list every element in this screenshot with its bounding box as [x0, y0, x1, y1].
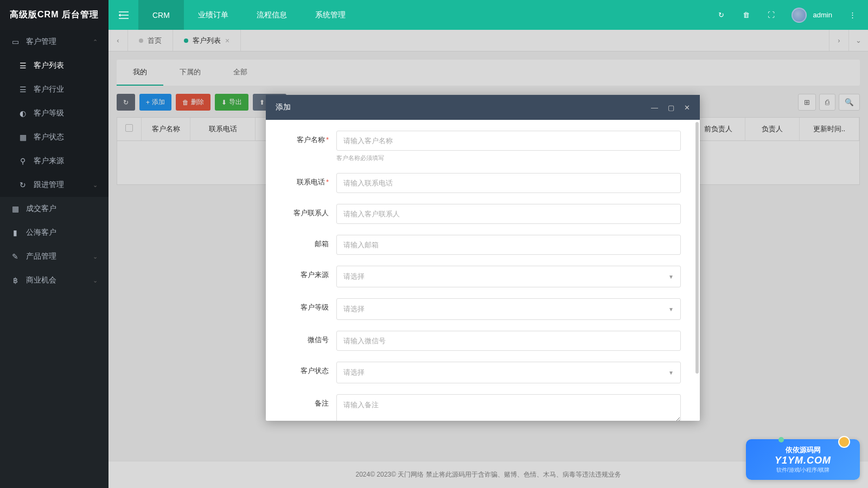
- app-logo: 高级版CRM 后台管理: [0, 0, 108, 30]
- label-level: 客户等级: [285, 298, 336, 312]
- watermark-domain: Y1YM.COM: [775, 455, 831, 466]
- user-menu[interactable]: admin: [792, 8, 832, 23]
- label-status: 客户状态: [285, 362, 336, 376]
- input-wechat[interactable]: [336, 331, 681, 351]
- sidebar-item-level[interactable]: ◐客户等级: [0, 101, 108, 125]
- list-icon: ☰: [18, 85, 27, 94]
- fullscreen-icon[interactable]: ⛶: [767, 10, 776, 20]
- select-status[interactable]: 请选择▼: [336, 362, 681, 383]
- list-icon: ☰: [18, 61, 27, 70]
- nav-tab-system[interactable]: 系统管理: [301, 0, 360, 30]
- scrollbar[interactable]: [694, 122, 699, 418]
- modal-body: 客户名称* 客户名称必须填写 联系电话* 客户联系人 邮箱 客户来源 请选择▼ …: [266, 120, 700, 421]
- sidebar-item-label: 客户等级: [34, 108, 64, 118]
- refresh-icon[interactable]: ↻: [717, 10, 726, 20]
- sidebar-item-label: 客户状态: [34, 132, 64, 142]
- chart-icon: ▮: [11, 228, 20, 237]
- sidebar-item-source[interactable]: ⚲客户来源: [0, 149, 108, 173]
- modal-title: 添加: [276, 102, 291, 112]
- sidebar-item-label: 客户列表: [34, 61, 64, 70]
- top-header: 高级版CRM 后台管理 CRM 业绩订单 流程信息 系统管理 ↻ 🗑 ⛶ adm…: [0, 0, 868, 30]
- sidebar-toggle[interactable]: [108, 0, 138, 30]
- label-email: 邮箱: [285, 235, 336, 249]
- caret-down-icon: ▼: [668, 306, 674, 312]
- caret-down-icon: ▼: [668, 274, 674, 280]
- close-icon[interactable]: ✕: [684, 104, 690, 112]
- sidebar-item-customer-list[interactable]: ☰客户列表: [0, 54, 108, 78]
- label-phone: 联系电话*: [285, 173, 336, 187]
- modal-header[interactable]: 添加 — ▢ ✕: [266, 95, 700, 120]
- select-placeholder: 请选择: [343, 368, 365, 377]
- more-icon[interactable]: ⋮: [847, 10, 857, 20]
- sidebar-item-product[interactable]: ✎产品管理 ⌄: [0, 245, 108, 268]
- watermark-badge: 依依源码网 Y1YM.COM 软件/游戏/小程序/棋牌: [746, 439, 860, 480]
- nav-tab-process[interactable]: 流程信息: [242, 0, 301, 30]
- label-source: 客户来源: [285, 266, 336, 280]
- sidebar-item-label: 商业机会: [26, 275, 56, 285]
- chevron-down-icon: ⌄: [93, 277, 98, 284]
- input-contact[interactable]: [336, 204, 681, 224]
- label-remark: 备注: [285, 394, 336, 408]
- sidebar: ▭客户管理 ⌃ ☰客户列表 ☰客户行业 ◐客户等级 ▦客户状态 ⚲客户来源 ↻跟…: [0, 30, 108, 488]
- nav-tab-orders[interactable]: 业绩订单: [184, 0, 242, 30]
- select-source[interactable]: 请选择▼: [336, 266, 681, 287]
- watermark-title: 依依源码网: [786, 445, 821, 455]
- chevron-down-icon: ⌄: [93, 182, 98, 189]
- username: admin: [813, 11, 832, 19]
- sidebar-item-label: 客户来源: [34, 156, 64, 166]
- select-level[interactable]: 请选择▼: [336, 298, 681, 320]
- grid-icon: ▦: [18, 133, 27, 142]
- sidebar-item-label: 成交客户: [26, 204, 56, 214]
- maximize-icon[interactable]: ▢: [668, 104, 674, 112]
- sidebar-item-label: 产品管理: [26, 252, 56, 261]
- nav-tab-crm[interactable]: CRM: [138, 0, 184, 30]
- sidebar-item-label: 客户管理: [26, 37, 56, 47]
- edit-icon: ✎: [11, 252, 20, 261]
- cycle-icon: ↻: [18, 181, 27, 189]
- sidebar-item-label: 客户行业: [34, 85, 64, 94]
- sidebar-item-status[interactable]: ▦客户状态: [0, 125, 108, 149]
- input-customer-name[interactable]: [336, 131, 681, 151]
- select-placeholder: 请选择: [343, 272, 365, 281]
- label-name: 客户名称*: [285, 131, 336, 145]
- minimize-icon[interactable]: —: [651, 104, 658, 112]
- card-icon: ▭: [11, 37, 20, 46]
- top-nav: CRM 业绩订单 流程信息 系统管理: [138, 0, 360, 30]
- bitcoin-icon: ฿: [11, 276, 20, 285]
- menu-icon: [119, 11, 129, 19]
- sidebar-item-public[interactable]: ▮公海客户: [0, 221, 108, 245]
- grid-icon: ▦: [11, 204, 20, 213]
- person-icon: ⚲: [18, 157, 27, 165]
- sidebar-item-opportunity[interactable]: ฿商业机会 ⌄: [0, 268, 108, 292]
- sidebar-item-label: 跟进管理: [34, 180, 64, 190]
- header-actions: ↻ 🗑 ⛶ admin ⋮: [717, 8, 868, 23]
- textarea-remark[interactable]: [336, 394, 681, 421]
- label-wechat: 微信号: [285, 331, 336, 345]
- label-contact: 客户联系人: [285, 204, 336, 218]
- input-email[interactable]: [336, 235, 681, 255]
- sidebar-item-followup[interactable]: ↻跟进管理 ⌄: [0, 173, 108, 197]
- delete-icon[interactable]: 🗑: [742, 10, 751, 20]
- sidebar-item-deal[interactable]: ▦成交客户: [0, 197, 108, 221]
- help-name: 客户名称必须填写: [336, 154, 681, 162]
- globe-icon: ◐: [18, 109, 27, 118]
- input-phone[interactable]: [336, 173, 681, 193]
- sidebar-item-label: 公海客户: [26, 228, 56, 237]
- add-modal: 添加 — ▢ ✕ 客户名称* 客户名称必须填写 联系电话* 客户联系人 邮箱: [266, 95, 700, 421]
- avatar: [792, 8, 807, 23]
- watermark-sub: 软件/游戏/小程序/棋牌: [776, 466, 829, 474]
- chevron-up-icon: ⌃: [93, 38, 98, 46]
- caret-down-icon: ▼: [668, 370, 674, 376]
- chevron-down-icon: ⌄: [93, 253, 98, 260]
- sidebar-item-industry[interactable]: ☰客户行业: [0, 78, 108, 101]
- select-placeholder: 请选择: [343, 304, 365, 314]
- sidebar-item-customer-mgmt[interactable]: ▭客户管理 ⌃: [0, 30, 108, 54]
